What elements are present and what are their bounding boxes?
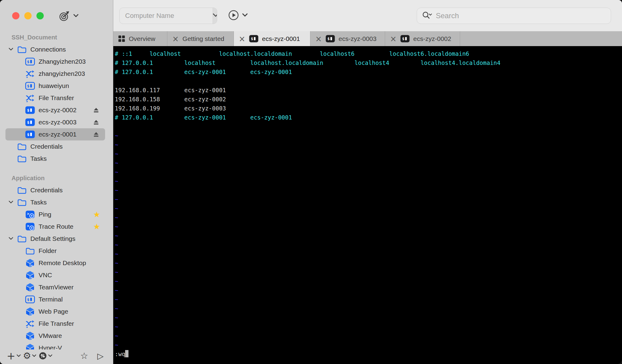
sidebar-item-ping[interactable]: >Ping★ [5, 208, 105, 221]
sidebar-item-tasks[interactable]: Tasks [5, 196, 105, 208]
favorite-star-icon[interactable]: ★ [93, 210, 100, 219]
sidebar-item-ecs-zyz-0003[interactable]: $ecs-zyz-0003 [5, 116, 105, 128]
vim-tilde-line: ~ [115, 149, 622, 158]
sidebar-item-label: Zhangyizhen203 [39, 58, 86, 65]
tab-ecs-zyz-0001[interactable]: ×$ecs-zyz-0001 [234, 31, 310, 46]
sidebar-item-zhangyizhen203[interactable]: zhangyizhen203 [5, 68, 105, 80]
terminal-dark-icon: $ [400, 35, 410, 42]
connect-button[interactable]: ▷ [97, 352, 104, 360]
sidebar-item-teamviewer[interactable]: #TeamViewer [5, 281, 105, 293]
folder-icon [25, 246, 35, 255]
chevron-down-icon[interactable] [7, 200, 17, 204]
computer-name-dropdown-button[interactable] [213, 8, 217, 24]
search-input[interactable] [436, 12, 606, 20]
svg-text:>: > [27, 212, 29, 216]
sidebar-item-label: Folder [39, 247, 57, 254]
terminal-dark-icon: $ [249, 35, 258, 42]
sidebar-item-default-settings[interactable]: Default Settings [5, 233, 105, 245]
sidebar-item-credentials[interactable]: Credentials [5, 184, 105, 196]
sidebar-item-huaweiyun[interactable]: $huaweiyun [5, 80, 105, 92]
sidebar-item-ecs-zyz-0001[interactable]: $ecs-zyz-0001 [5, 128, 105, 140]
sidebar-item-vnc[interactable]: #VNC [5, 269, 105, 281]
zoom-window-button[interactable] [36, 12, 44, 19]
sidebar-item-hyper-v[interactable]: #Hyper-V [5, 342, 105, 349]
sort-button[interactable] [39, 352, 52, 360]
tab-overview[interactable]: Overview [113, 31, 167, 46]
titlebar [0, 0, 113, 31]
terminal-cursor [125, 350, 128, 357]
connect-options-chevron[interactable] [242, 13, 248, 18]
settings-button[interactable]: ⚙ [23, 351, 36, 360]
computer-name-input[interactable] [120, 8, 213, 24]
svg-text:$: $ [27, 297, 29, 302]
computer-name-combobox[interactable] [119, 8, 217, 24]
sidebar-item-connections[interactable]: Connections [5, 43, 105, 56]
terminal-filled-icon: $ [25, 106, 35, 115]
svg-text:>: > [27, 224, 29, 228]
tab-bar: Overview×Getting started×$ecs-zyz-0001×$… [113, 31, 622, 46]
main-area: Overview×Getting started×$ecs-zyz-0001×$… [113, 0, 622, 364]
close-tab-icon[interactable]: × [239, 35, 245, 43]
close-window-button[interactable] [12, 12, 19, 19]
cube-icon: # [25, 307, 35, 316]
vim-tilde-line: ~ [115, 340, 622, 349]
sidebar-item-vmware[interactable]: #VMware [5, 330, 105, 342]
folder-icon [17, 45, 27, 54]
sidebar-item-credentials[interactable]: Credentials [5, 140, 105, 153]
tab-ecs-zyz-0002[interactable]: ×$ecs-zyz-0002 [385, 31, 460, 46]
sidebar-item-file-transfer[interactable]: File Transfer [5, 318, 105, 330]
add-button[interactable]: + [7, 351, 21, 361]
sidebar-item-zhangyizhen203[interactable]: $Zhangyizhen203 [5, 56, 105, 68]
terminal-filled-icon: $ [25, 130, 35, 139]
disconnect-eject-button[interactable] [93, 108, 99, 113]
vim-tilde-line: ~ [115, 304, 622, 313]
cube-icon: # [25, 271, 35, 280]
sidebar-item-label: ecs-zyz-0001 [39, 131, 77, 138]
terminal-line: # 127.0.0.1 localhost localhost.localdom… [115, 58, 622, 67]
chevron-down-icon [48, 354, 52, 357]
minimize-window-button[interactable] [24, 12, 32, 19]
cube-icon: # [25, 283, 35, 292]
vim-tilde-line: ~ [115, 268, 622, 277]
tab-label: Overview [129, 35, 156, 42]
sidebar-item-label: Tasks [30, 155, 47, 162]
target-connect-icon [59, 10, 70, 22]
tab-bar-empty-area [460, 31, 622, 46]
connect-target-button[interactable] [59, 10, 78, 22]
search-field[interactable] [417, 8, 611, 24]
task-icon: > [25, 222, 35, 231]
sidebar-item-trace-route[interactable]: >Trace Route★ [5, 221, 105, 233]
disconnect-eject-button[interactable] [93, 120, 99, 125]
favorite-star-icon[interactable]: ★ [93, 222, 100, 231]
tab-ecs-zyz-0003[interactable]: ×$ecs-zyz-0003 [310, 31, 385, 46]
sidebar-item-terminal[interactable]: $Terminal [5, 293, 105, 305]
disconnect-eject-button[interactable] [93, 132, 99, 137]
close-tab-icon[interactable]: × [390, 35, 397, 43]
chevron-down-icon[interactable] [7, 47, 17, 52]
sidebar-item-remote-desktop[interactable]: #Remote Desktop [5, 257, 105, 269]
tab-getting-started[interactable]: ×Getting started [167, 31, 234, 46]
traffic-lights [12, 12, 44, 19]
tab-label: ecs-zyz-0003 [339, 35, 377, 42]
chevron-down-icon [17, 354, 21, 357]
chevron-down-icon[interactable] [7, 237, 17, 241]
vim-tilde-line: ~ [115, 258, 622, 268]
favorites-filter-button[interactable]: ☆ [80, 352, 88, 360]
vim-tilde-line: ~ [115, 195, 622, 204]
sidebar-item-web-page[interactable]: #Web Page [5, 305, 105, 318]
close-tab-icon[interactable]: × [172, 35, 179, 43]
close-tab-icon[interactable]: × [315, 35, 322, 43]
vim-tilde-line: ~ [115, 213, 622, 222]
terminal-screen[interactable]: # ::1 localhost localhost.localdomain lo… [113, 46, 622, 364]
sidebar-item-file-transfer[interactable]: File Transfer [5, 92, 105, 104]
sidebar-item-ecs-zyz-0002[interactable]: $ecs-zyz-0002 [5, 104, 105, 116]
folder-icon [17, 142, 27, 151]
sidebar-item-label: huaweiyun [39, 82, 69, 89]
sidebar-item-folder[interactable]: Folder [5, 245, 105, 257]
sidebar-item-label: Tasks [30, 199, 47, 206]
sidebar-item-tasks[interactable]: Tasks [5, 153, 105, 165]
folder-icon [17, 234, 27, 243]
sidebar: SSH_DocumentConnections$Zhangyizhen203zh… [0, 0, 113, 364]
connect-play-button[interactable] [228, 10, 239, 21]
vim-tilde-line: ~ [115, 140, 622, 149]
